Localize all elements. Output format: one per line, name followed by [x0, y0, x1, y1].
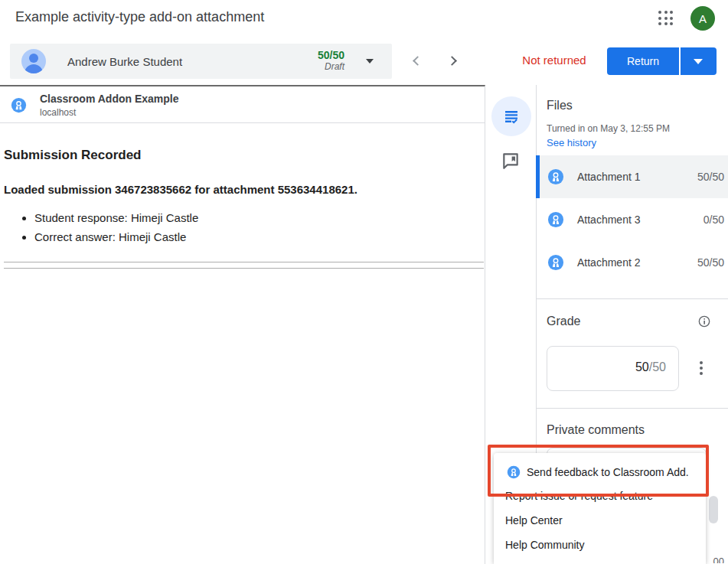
divider — [4, 268, 484, 269]
attachment-score: 50/50 — [697, 256, 724, 269]
grade-value: 50 — [635, 360, 649, 373]
screen: Example activity-type add-on attachment … — [0, 0, 728, 564]
attachment-score: 50/50 — [697, 171, 724, 183]
return-status: Not returned — [498, 54, 611, 67]
page-title: Example activity-type add-on attachment — [15, 9, 264, 25]
menu-item-label: Report issue or request feature — [505, 490, 653, 502]
comment-bank-button[interactable] — [499, 150, 522, 173]
toolbar: Andrew Burke Student 50/50 Draft Not ret… — [0, 37, 728, 85]
student-avatar — [21, 49, 46, 73]
private-comments-title: Private comments — [547, 423, 645, 437]
see-history-link[interactable]: See history — [547, 137, 596, 148]
divider — [537, 298, 728, 299]
clipped-text-fragment: 00 — [713, 556, 724, 563]
classroom-addon-icon — [547, 254, 564, 271]
help-popup-menu: Send feedback to Classroom Add. Report i… — [494, 453, 706, 564]
return-button[interactable]: Return — [607, 47, 679, 75]
menu-item-help-center[interactable]: Help Center — [494, 508, 706, 533]
list-item: Student response: Himeji Castle — [34, 211, 198, 224]
grade-title: Grade — [547, 315, 580, 328]
return-dropdown-button[interactable] — [681, 47, 717, 75]
response-list: Student response: Himeji Castle Correct … — [4, 211, 198, 249]
prev-student-button[interactable] — [410, 54, 424, 68]
info-icon[interactable] — [698, 315, 710, 328]
comment-bank-icon — [501, 151, 521, 171]
turned-in-status: Turned in on May 3, 12:55 PM — [547, 123, 670, 134]
apps-grid-icon[interactable] — [657, 9, 675, 28]
student-score-block: 50/50 Draft — [318, 49, 344, 72]
app-header: Example activity-type add-on attachment … — [0, 0, 728, 37]
grading-icon — [502, 107, 521, 126]
student-draft-state: Draft — [318, 61, 344, 72]
menu-item-report-issue[interactable]: Report issue or request feature — [494, 484, 706, 508]
attachment-row[interactable]: Attachment 1 50/50 — [537, 155, 728, 198]
menu-item-label: Help Center — [505, 514, 563, 527]
list-item: Correct answer: Himeji Castle — [34, 230, 198, 243]
classroom-addon-icon — [547, 168, 564, 185]
scrollbar-thumb[interactable] — [709, 496, 718, 523]
addon-content-frame: Classroom Addon Example localhost Submis… — [0, 85, 485, 564]
addon-header: Classroom Addon Example localhost — [0, 86, 485, 123]
grade-input[interactable]: 50/50 — [547, 346, 679, 391]
attachment-row[interactable]: Attachment 2 50/50 — [537, 241, 728, 284]
classroom-addon-icon — [11, 97, 27, 113]
attachment-name: Attachment 3 — [577, 214, 641, 226]
attachment-score: 0/50 — [704, 214, 724, 226]
menu-item-help-community[interactable]: Help Community — [494, 533, 706, 557]
account-avatar[interactable]: A — [690, 6, 715, 31]
submission-heading: Submission Recorded — [4, 148, 141, 163]
submission-detail: Loaded submission 346723835662 for attac… — [4, 183, 357, 196]
addon-title: Classroom Addon Example — [40, 93, 179, 105]
addon-host: localhost — [40, 107, 76, 118]
chevron-down-icon — [366, 59, 374, 64]
grade-denominator: /50 — [649, 360, 666, 373]
student-score: 50/50 — [318, 49, 344, 61]
grading-panel-button[interactable] — [491, 96, 531, 136]
student-selector[interactable]: Andrew Burke Student 50/50 Draft — [10, 44, 392, 79]
chevron-down-icon — [694, 59, 703, 64]
attachment-row[interactable]: Attachment 3 0/50 — [537, 198, 728, 241]
divider — [4, 262, 484, 262]
menu-item-label: Help Community — [505, 539, 584, 551]
classroom-addon-icon — [547, 211, 564, 228]
menu-item-label: Send feedback to Classroom Add. — [527, 466, 689, 478]
divider — [537, 408, 728, 409]
selected-indicator — [536, 155, 540, 198]
classroom-addon-icon — [507, 465, 521, 479]
attachment-name: Attachment 2 — [577, 256, 641, 269]
menu-item-send-feedback[interactable]: Send feedback to Classroom Add. — [494, 458, 706, 487]
grade-overflow-menu-icon[interactable] — [694, 357, 708, 379]
attachment-name: Attachment 1 — [577, 171, 641, 183]
next-student-button[interactable] — [447, 54, 461, 68]
student-name: Andrew Burke Student — [67, 55, 182, 68]
files-title: Files — [547, 99, 573, 112]
